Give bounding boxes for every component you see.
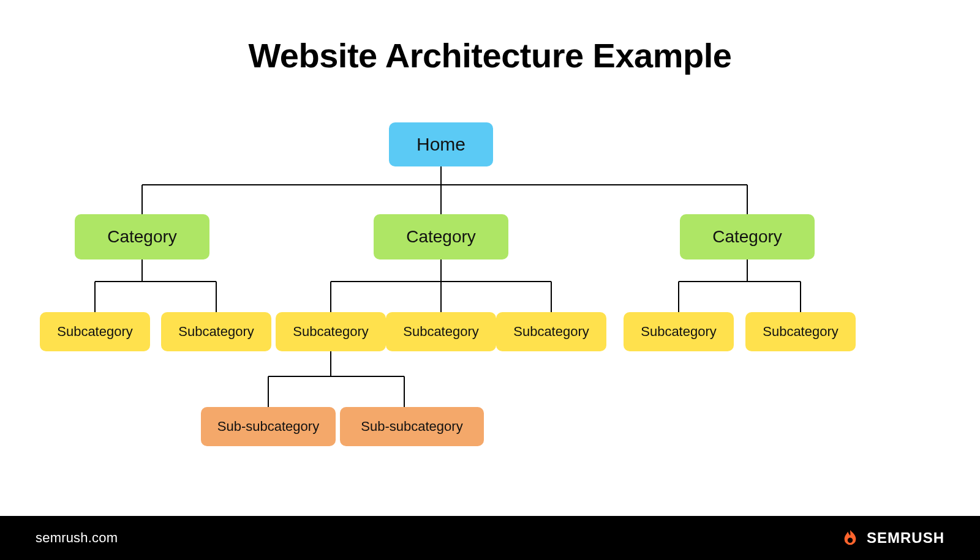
node-category-3: Category bbox=[680, 214, 815, 259]
footer: semrush.com SEMRUSH bbox=[0, 516, 980, 560]
node-category-1: Category bbox=[75, 214, 209, 259]
connectors bbox=[0, 0, 980, 560]
node-subcategory-2-1: Subcategory bbox=[276, 312, 386, 351]
brand: SEMRUSH bbox=[841, 529, 944, 547]
node-subcategory-3-2: Subcategory bbox=[745, 312, 856, 351]
node-subcategory-2-3: Subcategory bbox=[496, 312, 606, 351]
diagram-stage: Website Architecture Example bbox=[0, 0, 980, 560]
node-subcategory-1-1: Subcategory bbox=[40, 312, 150, 351]
svg-point-22 bbox=[848, 538, 853, 543]
node-subsubcategory-1: Sub-subcategory bbox=[201, 407, 336, 446]
footer-site: semrush.com bbox=[36, 530, 118, 546]
node-subcategory-1-2: Subcategory bbox=[161, 312, 271, 351]
node-subsubcategory-2: Sub-subcategory bbox=[340, 407, 484, 446]
node-subcategory-3-1: Subcategory bbox=[624, 312, 734, 351]
brand-word: SEMRUSH bbox=[867, 529, 944, 547]
node-category-2: Category bbox=[374, 214, 508, 259]
node-subcategory-2-2: Subcategory bbox=[386, 312, 496, 351]
node-home: Home bbox=[389, 122, 493, 166]
flame-icon bbox=[841, 529, 859, 547]
